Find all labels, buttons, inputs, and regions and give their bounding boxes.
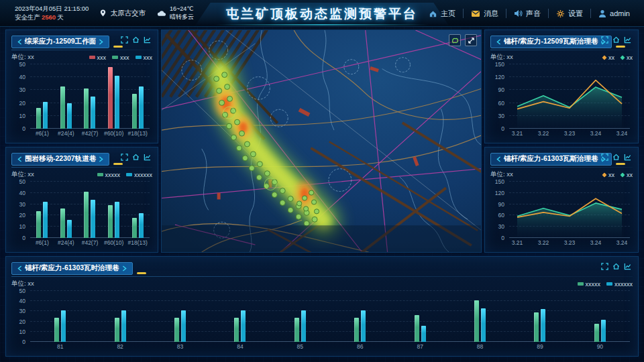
- legend-swatch: [578, 282, 584, 286]
- bar-group: [570, 291, 630, 342]
- home-small-icon[interactable]: [612, 154, 620, 161]
- layers-icon: [451, 37, 459, 44]
- map-fullscreen-button[interactable]: [465, 34, 477, 46]
- bar-group: [30, 291, 90, 342]
- legend-item[interactable]: xxx: [112, 54, 129, 61]
- expand-icon[interactable]: [601, 263, 608, 270]
- x-axis: 81828384858687888990: [30, 343, 630, 352]
- location-text: 太原古交市: [110, 9, 146, 18]
- bar: [115, 202, 119, 238]
- legend-item[interactable]: xxxxx: [97, 172, 121, 178]
- title-accent-dash: [113, 46, 123, 48]
- panel-title-button[interactable]: 锚杆/索应力-61303瓦斯治理巷: [490, 153, 612, 166]
- trend-icon[interactable]: [624, 36, 631, 44]
- mine-map[interactable]: [161, 29, 482, 253]
- legend-item[interactable]: xxx: [136, 54, 153, 61]
- message-icon: [471, 10, 480, 17]
- chevron-left-icon: [496, 38, 501, 46]
- bar: [301, 310, 306, 342]
- bar-chart: 01020304050#6(1)#24(4)#42(7)#60(10)#18(1…: [11, 63, 152, 139]
- expand-icon[interactable]: [121, 36, 128, 44]
- dashboard: 2023年04月05日 21:15:00 安全生产2560天 太原古交市 16~…: [0, 0, 644, 362]
- home-small-icon[interactable]: [132, 36, 140, 44]
- x-axis: 3.213.223.233.243.24: [509, 130, 630, 139]
- panel-bolt-stress-bottom: 锚杆/索应力-61303瓦时治理巷 单位: xx xxxxx xxxxxx 01…: [5, 256, 639, 357]
- legend-swatch: [602, 172, 606, 177]
- datetime-block: 2023年04月05日 21:15:00 安全生产2560天: [15, 5, 89, 22]
- trend-icon[interactable]: [144, 36, 151, 44]
- bar-group: [390, 291, 449, 342]
- bar-group: [90, 291, 150, 342]
- trend-icon[interactable]: [624, 263, 631, 270]
- gear-icon: [556, 9, 565, 18]
- expand-icon[interactable]: [601, 154, 608, 161]
- legend-item[interactable]: xx: [602, 54, 614, 61]
- bar: [67, 103, 72, 129]
- title-accent-dash: [616, 163, 625, 165]
- nav-sound[interactable]: 声音: [506, 9, 548, 19]
- bar: [294, 318, 299, 342]
- bar: [43, 202, 48, 238]
- home-small-icon[interactable]: [612, 263, 620, 270]
- y-axis: 0306090120150: [490, 64, 506, 129]
- y-axis: 0306090120150: [490, 182, 506, 238]
- nav-message[interactable]: 消息: [464, 9, 506, 19]
- panel-title-button[interactable]: 锚杆/索应力-61303瓦时治理巷: [11, 262, 133, 275]
- panel-title: 锚杆/索应力-61303瓦时治理巷: [25, 263, 119, 273]
- title-accent-dash: [113, 163, 123, 165]
- legend-item[interactable]: xxx: [89, 54, 107, 61]
- legend-item[interactable]: xx: [621, 54, 633, 61]
- legend-swatch: [126, 173, 132, 176]
- fullscreen-arrows-icon: [468, 37, 475, 44]
- x-axis: #6(1)#24(4)#42(7)#60(10)#18(13): [30, 239, 150, 248]
- legend-swatch: [97, 173, 103, 176]
- x-axis: #6(1)#24(4)#42(7)#60(10)#18(13): [30, 130, 150, 139]
- legend-swatch: [606, 282, 612, 286]
- chevron-right-icon: [122, 265, 127, 272]
- bar-chart: 0102030405081828384858687888990: [11, 290, 633, 352]
- panel-rock-movement: 围岩移动-22307轨道巷 单位: xx xxxxx xxxxxx 010203…: [5, 147, 158, 253]
- expand-icon[interactable]: [601, 36, 608, 44]
- bar: [84, 192, 89, 238]
- bar-chart: 01020304050#6(1)#24(4)#42(7)#60(10)#18(1…: [11, 180, 152, 248]
- legend-swatch: [136, 56, 142, 59]
- home-small-icon[interactable]: [612, 36, 620, 44]
- bar: [534, 312, 539, 342]
- legend: xxx xxx xxx: [89, 54, 153, 61]
- legend-swatch: [112, 56, 118, 59]
- panel-title-button[interactable]: 围岩移动-22307轨道巷: [11, 153, 109, 166]
- bar-group: [150, 291, 210, 342]
- panel-bolt-stress-12509: 锚杆/索应力-12509瓦斯治理巷 单位: xx xx xx 030609012…: [484, 29, 639, 143]
- bar: [421, 326, 426, 342]
- legend-item[interactable]: xxxxx: [578, 281, 601, 288]
- bar: [354, 318, 359, 342]
- bar: [132, 94, 137, 129]
- home-small-icon[interactable]: [132, 154, 140, 161]
- chevron-left-icon: [17, 265, 22, 272]
- trend-icon[interactable]: [624, 154, 631, 161]
- user-icon: [598, 9, 606, 18]
- weather-text: 晴转多云: [170, 13, 194, 21]
- nav-user[interactable]: admin: [591, 9, 637, 18]
- legend: xxxxx xxxxxx: [97, 172, 153, 178]
- home-icon: [429, 9, 437, 18]
- legend-item[interactable]: xx: [621, 172, 633, 178]
- bar: [241, 310, 246, 342]
- nav-settings[interactable]: 设置: [549, 9, 590, 19]
- nav-home[interactable]: 主页: [421, 9, 463, 19]
- chevron-left-icon: [496, 156, 501, 163]
- panel-title-button[interactable]: 综采应力-12509工作面: [11, 36, 109, 48]
- expand-icon[interactable]: [121, 154, 128, 161]
- map-layers-button[interactable]: [449, 34, 461, 46]
- legend-item[interactable]: xx: [602, 172, 614, 178]
- bar: [181, 310, 186, 342]
- bar: [54, 318, 59, 342]
- legend-item[interactable]: xxxxxx: [606, 281, 633, 288]
- trend-icon[interactable]: [144, 154, 151, 161]
- panel-title-button[interactable]: 锚杆/索应力-12509瓦斯治理巷: [490, 36, 612, 48]
- bar: [121, 310, 126, 342]
- page-title: 屯兰矿顶板动态监测预警平台: [195, 3, 449, 25]
- title-accent-dash: [137, 272, 146, 274]
- bar-group: [54, 182, 78, 238]
- legend-item[interactable]: xxxxxx: [126, 172, 152, 178]
